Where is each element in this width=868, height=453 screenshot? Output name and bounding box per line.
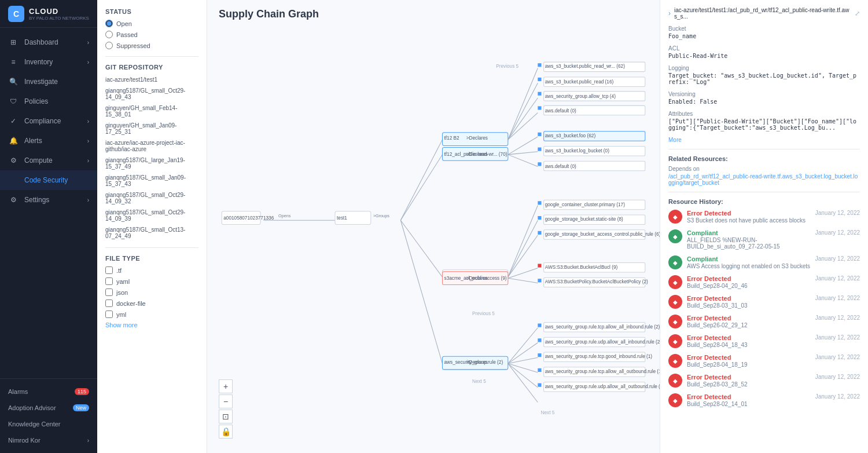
history-content: Compliant AWS Access logging not enabled… xyxy=(687,255,811,269)
sidebar-item-inventory[interactable]: ≡ Inventory › xyxy=(0,52,97,72)
git-repo-filter-title: Git Repository xyxy=(105,64,198,71)
resource-path: iac-azure/test1/test1:/acl_pub_rd_wr/tf1… xyxy=(674,7,851,20)
history-item: ◆ Error Detected S3 Bucket does not have… xyxy=(668,210,860,224)
history-date: January 12, 2022 xyxy=(815,334,860,341)
repo-item[interactable]: gianqng5187/GL_small_Oct13-07_24_49 xyxy=(105,225,198,240)
rp-section-acl: ACL Public-Read-Write xyxy=(668,45,860,59)
svg-text:aws_security_group.rule.udp.al: aws_security_group.rule.udp.allow_all_ou… xyxy=(545,384,660,389)
svg-line-18 xyxy=(508,113,538,140)
rp-section-bucket: Bucket Foo_name xyxy=(668,25,860,39)
investigate-icon: 🔍 xyxy=(8,76,19,87)
status-option-open[interactable]: Open xyxy=(105,20,198,27)
rp-label-Versioning: Versioning xyxy=(668,91,860,97)
history-item: ◆ Error Detected Build_Sep28-04_18_19 Ja… xyxy=(668,354,860,368)
svg-text:Next 5: Next 5 xyxy=(472,379,486,384)
sidebar-item-settings[interactable]: ⚙ Settings › xyxy=(0,190,97,210)
logo-icon: C xyxy=(8,6,24,22)
right-panel: › iac-azure/test1/test1:/acl_pub_rd_wr/t… xyxy=(660,0,868,453)
badge-alarms: 115 xyxy=(75,388,89,395)
fit-view-button[interactable]: ⊡ xyxy=(219,410,233,423)
status-option-suppressed[interactable]: Suppressed xyxy=(105,42,198,49)
bottom-item-nimrod[interactable]: Nimrod Kor › xyxy=(0,432,97,448)
rp-label-Attributes: Attributes xyxy=(668,111,860,117)
history-status: Error Detected xyxy=(687,275,811,282)
svg-rect-22 xyxy=(538,78,541,81)
content-area: Status Open Passed Suppressed Git Reposi… xyxy=(97,0,868,453)
svg-rect-25 xyxy=(538,92,541,96)
main-navigation: ⊞ Dashboard › ≡ Inventory › 🔍 Investigat… xyxy=(0,28,97,378)
svg-line-50 xyxy=(508,220,538,277)
svg-text:Next 5: Next 5 xyxy=(541,410,555,415)
svg-line-65 xyxy=(508,278,538,283)
bottom-label-nimrod: Nimrod Kor xyxy=(8,437,41,444)
sidebar-item-compute[interactable]: ⚙ Compute › xyxy=(0,151,97,170)
repo-item[interactable]: iac-azure/iac-azure-project-iac-github/i… xyxy=(105,138,198,154)
panel-chevron[interactable]: › xyxy=(668,9,671,17)
history-status: Error Detected xyxy=(687,354,811,361)
history-item: ◆ Compliant ALL_FIELDS %NEW-RUN-BUILD_be… xyxy=(668,229,860,250)
svg-text:AWS:S3:Bucket.BucketAclBucl (9: AWS:S3:Bucket.BucketAclBucl (9) xyxy=(545,265,618,270)
file-type-docker-file[interactable]: docker-file xyxy=(105,299,198,307)
repo-item[interactable]: gianqng5187/GL_small_Oct29-14_09_32 xyxy=(105,191,198,206)
file-type-yml[interactable]: yml xyxy=(105,310,198,318)
zoom-in-button[interactable]: + xyxy=(219,379,233,393)
sidebar-item-alerts[interactable]: 🔔 Alerts › xyxy=(0,131,97,151)
file-type-.tf[interactable]: .tf xyxy=(105,266,198,274)
history-date: January 12, 2022 xyxy=(815,315,860,321)
show-more-link[interactable]: Show more xyxy=(105,322,198,328)
bottom-item-adoption[interactable]: Adoption Advisor New xyxy=(0,400,97,416)
sidebar-item-code-security[interactable]: Code Security xyxy=(0,170,97,190)
status-option-passed[interactable]: Passed xyxy=(105,31,198,38)
status-filter-title: Status xyxy=(105,8,198,15)
bottom-label-alarms: Alarms xyxy=(8,388,28,395)
history-content: Error Detected Build_Sep28-03_31_03 xyxy=(687,295,811,309)
code-security-icon xyxy=(8,175,19,185)
repo-item[interactable]: gianqng5187/GL_large_Jan19-15_37_49 xyxy=(105,156,198,171)
svg-line-36 xyxy=(508,155,538,167)
depends-on-item[interactable]: /acl_pub_rd_wr/tf12_acl_public-read-writ… xyxy=(668,173,860,186)
file-type-yaml[interactable]: yaml xyxy=(105,277,198,285)
history-content: Compliant ALL_FIELDS %NEW-RUN-BUILD_be_s… xyxy=(687,229,811,250)
settings-icon: ⚙ xyxy=(8,195,19,205)
history-content: Error Detected Build_Sep28-03_28_52 xyxy=(687,374,811,388)
history-item: ◆ Error Detected Build_Sep28-02_14_01 Ja… xyxy=(668,393,860,407)
repo-item[interactable]: gianqng5187/GL_small_Jan09-15_37_43 xyxy=(105,173,198,188)
nav-arrow-alerts: › xyxy=(87,138,89,144)
nav-label-alerts: Alerts xyxy=(24,137,42,145)
bottom-item-alarms[interactable]: Alarms 115 xyxy=(0,383,97,400)
history-desc: S3 Bucket does not have public access bl… xyxy=(687,217,811,224)
repo-item[interactable]: ginguyen/GH_small_Jan09-17_25_31 xyxy=(105,121,198,136)
zoom-out-button[interactable]: − xyxy=(219,394,233,408)
sidebar-item-policies[interactable]: 🛡 Policies xyxy=(0,92,97,111)
graph-area: Supply Chain Graph Opens test1 >Groups xyxy=(207,0,660,453)
repo-item[interactable]: iac-azure/test1/test1 xyxy=(105,75,198,84)
svg-text:aws_security_group.rule.tcp.go: aws_security_group.rule.tcp.good_inbound… xyxy=(545,354,653,359)
svg-line-82 xyxy=(508,364,538,403)
more-link[interactable]: More xyxy=(668,137,860,143)
sidebar-item-dashboard[interactable]: ⊞ Dashboard › xyxy=(0,32,97,52)
logo-text: CLOUD BY PALO ALTO NETWORKS xyxy=(29,7,89,21)
history-date: January 12, 2022 xyxy=(815,229,860,236)
filter-panel: Status Open Passed Suppressed Git Reposi… xyxy=(97,0,207,453)
svg-line-64 xyxy=(508,268,538,279)
svg-line-16 xyxy=(508,83,538,140)
bottom-item-knowledge[interactable]: Knowledge Center xyxy=(0,416,97,432)
history-desc: Build_Sep26-02_29_12 xyxy=(687,322,811,328)
rp-section-versioning: Versioning Enabled: False xyxy=(668,91,860,105)
graph-title: Supply Chain Graph xyxy=(207,0,660,20)
sidebar-bottom: Alarms 115 Adoption Advisor New Knowledg… xyxy=(0,378,97,453)
nav-label-settings: Settings xyxy=(24,196,49,204)
expand-icon[interactable]: ⤢ xyxy=(855,10,860,17)
file-type-json[interactable]: json xyxy=(105,288,198,296)
svg-line-81 xyxy=(508,364,538,388)
history-status: Error Detected xyxy=(687,295,811,302)
lock-button[interactable]: 🔒 xyxy=(219,425,233,439)
repo-item[interactable]: gianqng5187/GL_small_Oct29-14_09_43 xyxy=(105,86,198,101)
repo-item[interactable]: ginguyen/GH_small_Feb14-15_38_01 xyxy=(105,104,198,119)
repo-item[interactable]: gianqng5187/GL_small_Oct29-14_09_39 xyxy=(105,208,198,223)
sidebar-item-compliance[interactable]: ✓ Compliance › xyxy=(0,111,97,131)
nav-arrow-settings: › xyxy=(87,197,89,203)
svg-rect-40 xyxy=(538,148,541,151)
sidebar-item-investigate[interactable]: 🔍 Investigate xyxy=(0,72,97,92)
rp-value-Bucket: Foo_name xyxy=(668,33,860,39)
